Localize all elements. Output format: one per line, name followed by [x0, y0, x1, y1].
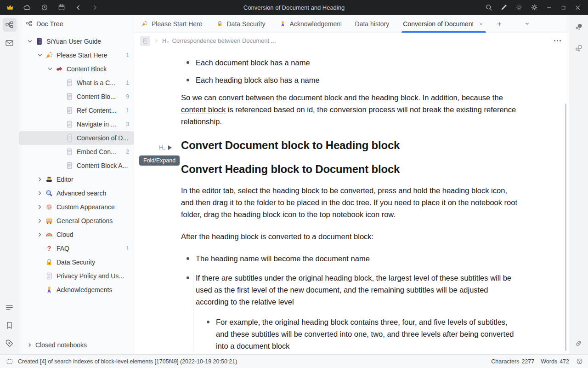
more-options-button[interactable]	[552, 38, 563, 43]
dock-global-graph-button[interactable]	[572, 41, 586, 55]
tab-data-history[interactable]: Data history	[348, 15, 396, 33]
cloud-sync-icon[interactable]	[23, 3, 32, 12]
tab-close-icon[interactable]	[477, 20, 485, 28]
tree-item-cloud[interactable]: Cloud	[19, 228, 134, 242]
list-item[interactable]: Each heading block also has a name	[181, 74, 520, 86]
breadcrumb-heading-text[interactable]: Correspondence between Document ...	[172, 37, 276, 44]
dock-graph-button[interactable]	[572, 20, 586, 34]
maximize-button[interactable]	[560, 4, 567, 11]
doc-count: 2	[122, 149, 129, 155]
tab-acknowledgements[interactable]: Acknowledgements	[272, 15, 348, 33]
tree-item-acknowledgements[interactable]: Acknowledgements	[19, 283, 134, 297]
rainbow-icon	[45, 230, 53, 239]
collapse-toggle-icon[interactable]	[46, 65, 54, 73]
tree-item-general-operations[interactable]: General Operations	[19, 214, 134, 228]
theme-mode-icon[interactable]	[515, 3, 523, 12]
palette-icon	[45, 203, 53, 211]
window-title: Conversion of Document and Heading	[243, 4, 345, 11]
expand-toggle-icon[interactable]	[36, 217, 44, 224]
minimize-button[interactable]	[545, 4, 553, 12]
tree-item-content-block-attributes[interactable]: Content Block A...	[19, 159, 134, 172]
doc-count: 9	[122, 93, 129, 100]
tab-please-start-here[interactable]: Please Start Here	[134, 15, 209, 33]
paragraph-block[interactable]: After the heading block is converted to …	[181, 230, 520, 242]
magnifier-icon	[45, 189, 53, 197]
tab-conversion-of-document[interactable]: Conversion of Document and Heading	[396, 15, 492, 33]
go-back-icon[interactable]	[74, 4, 82, 12]
expand-toggle-icon[interactable]	[36, 176, 44, 183]
collapse-toggle-icon[interactable]	[36, 52, 44, 59]
dock-outline-button[interactable]	[3, 300, 17, 314]
global-search-icon[interactable]	[485, 3, 493, 12]
doc-tree-icon	[5, 20, 14, 30]
bookmark-icon	[5, 321, 14, 330]
tree-item-advanced-search[interactable]: Advanced search	[19, 186, 134, 200]
tree-item-navigate-in[interactable]: Navigate in ... 3	[19, 117, 134, 131]
doc-tree: SiYuan User Guide Please Start Here 1 Co…	[19, 33, 134, 297]
tree-item-privacy-policy[interactable]: Privacy Policy and Us...	[19, 269, 134, 283]
tree-item-embed-content[interactable]: Embed Con... 2	[19, 145, 134, 159]
editor-stack-icon	[45, 175, 53, 184]
chevron-down-icon	[524, 20, 531, 27]
tree-item-please-start-here[interactable]: Please Start Here 1	[19, 48, 134, 62]
heading-block[interactable]: H₂ Convert Document block to Heading blo…	[181, 139, 520, 151]
doc-count: 1	[122, 52, 129, 58]
doc-tree-header: Doc Tree	[19, 15, 134, 33]
document-icon	[65, 134, 74, 142]
list-item[interactable]: Each document block has a name	[181, 57, 520, 69]
closed-notebooks-toggle[interactable]: Closed notebooks	[19, 338, 134, 352]
fold-triangle-icon[interactable]	[168, 145, 172, 150]
bullet-list: The heading name will become the documen…	[181, 253, 520, 352]
dock-bookmark-button[interactable]	[3, 318, 17, 332]
new-tab-button[interactable]	[492, 15, 507, 33]
characters-label: Characters	[491, 358, 519, 365]
expand-toggle-icon[interactable]	[36, 190, 44, 197]
expand-toggle-icon[interactable]	[36, 231, 44, 238]
heading-block[interactable]: Convert Heading block to Document block	[181, 163, 520, 175]
document-icon	[65, 92, 74, 101]
collapse-toggle-icon[interactable]	[26, 38, 34, 45]
tree-item-content-block-types[interactable]: Content Blo... 9	[19, 90, 134, 104]
breadcrumb-doc-button[interactable]	[140, 36, 150, 46]
tree-item-faq[interactable]: FAQ 1	[19, 242, 134, 255]
tree-item-content-block[interactable]: Content Block	[19, 62, 134, 76]
dock-inbox-button[interactable]	[3, 36, 17, 50]
list-item[interactable]: The heading name will become the documen…	[181, 253, 520, 264]
dock-tag-button[interactable]	[3, 336, 17, 350]
paragraph-block[interactable]: So we can convert between the document b…	[181, 92, 520, 127]
plus-icon	[496, 20, 503, 28]
heading-level-label: H₂	[159, 142, 165, 154]
tree-item-editor[interactable]: Editor	[19, 172, 134, 186]
help-icon[interactable]	[576, 357, 583, 365]
go-forward-icon[interactable]	[91, 4, 99, 12]
edit-mode-icon[interactable]	[500, 3, 508, 12]
app-window: Conversion of Document and Heading	[0, 0, 588, 368]
tree-item-custom-appearance[interactable]: Custom Appearance	[19, 200, 134, 214]
block-ref-link[interactable]: content block	[181, 105, 226, 114]
history-icon[interactable]	[40, 3, 49, 12]
bullet-list: Each document block has a name Each head…	[181, 57, 520, 86]
task-region-icon[interactable]	[6, 357, 14, 366]
list-item[interactable]: For example, the original heading block …	[201, 316, 520, 352]
global-graph-icon	[574, 43, 584, 53]
tab-list-dropdown[interactable]	[519, 15, 535, 33]
close-button[interactable]	[574, 4, 582, 12]
expand-toggle-icon[interactable]	[36, 203, 44, 211]
dock-doc-tree-button[interactable]	[3, 18, 17, 32]
list-item[interactable]: If there are subtitles under the origina…	[181, 272, 520, 352]
tree-item-ref-content-block[interactable]: Ref Content... 1	[19, 104, 134, 117]
tree-item-conversion-of-document[interactable]: Conversion of D...	[19, 131, 134, 145]
paragraph-block[interactable]: In the editor tab, select the heading bl…	[181, 184, 520, 220]
tree-item-what-is-a-content-block[interactable]: What is a C... 1	[19, 76, 134, 90]
medal-icon	[45, 286, 53, 294]
workspace-crown-icon[interactable]	[6, 3, 14, 12]
doc-count: 3	[122, 121, 129, 127]
document-editor[interactable]: Each document block has a name Each head…	[134, 48, 569, 354]
tree-item-data-security[interactable]: Data Security	[19, 255, 134, 269]
editor-scrollbar[interactable]	[565, 104, 566, 351]
tab-data-security[interactable]: Data Security	[209, 15, 272, 33]
dock-backlinks-button[interactable]	[572, 336, 586, 350]
tree-item-siyuan-user-guide[interactable]: SiYuan User Guide	[19, 34, 134, 48]
settings-gear-icon[interactable]	[530, 3, 538, 12]
daily-note-icon[interactable]	[57, 3, 66, 12]
